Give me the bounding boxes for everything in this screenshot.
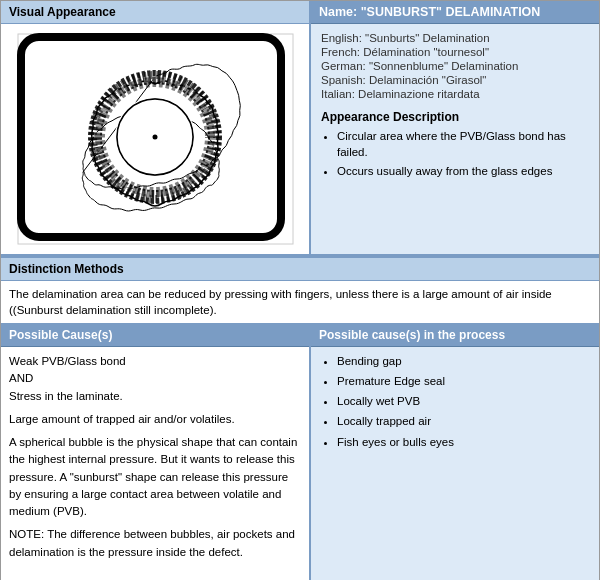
possible-causes-content: Weak PVB/Glass bondANDStress in the lami… [1,347,309,580]
appearance-desc-title: Appearance Description [321,110,589,124]
distinction-section: Distinction Methods The delamination are… [1,256,599,324]
main-container: Visual Appearance [0,0,600,580]
distinction-header: Distinction Methods [1,258,599,281]
possible-causes-col: Possible Cause(s) Weak PVB/Glass bondAND… [1,324,311,580]
process-causes-header: Possible cause(s) in the process [311,324,599,347]
process-cause-2: Premature Edge seal [337,373,589,389]
visual-header: Visual Appearance [1,1,309,24]
name-header-text: Name: "SUNBURST" DELAMINATION [319,5,540,19]
process-cause-3: Locally wet PVB [337,393,589,409]
name-col: Name: "SUNBURST" DELAMINATION English: "… [311,1,599,254]
distinction-text: The delamination area can be reduced by … [9,288,552,316]
appearance-description: Appearance Description Circular area whe… [321,110,589,179]
process-causes-list: Bending gap Premature Edge seal Locally … [337,353,589,449]
process-col: Possible cause(s) in the process Bending… [311,324,599,580]
process-causes-content: Bending gap Premature Edge seal Locally … [311,347,599,459]
language-spanish: Spanish: Delaminación "Girasol" [321,74,589,86]
cause-paragraph-1: Weak PVB/Glass bondANDStress in the lami… [9,353,301,405]
cause-paragraph-3: A spherical bubble is the physical shape… [9,434,301,520]
bottom-section: Possible Cause(s) Weak PVB/Glass bondAND… [1,324,599,580]
possible-causes-header: Possible Cause(s) [1,324,309,347]
cause-paragraph-2: Large amount of trapped air and/or volat… [9,411,301,428]
language-french: French: Délamination "tournesol" [321,46,589,58]
possible-causes-header-text: Possible Cause(s) [9,328,112,342]
appearance-item-2: Occurs usually away from the glass edges [337,163,589,179]
language-english: English: "Sunburts" Delamination [321,32,589,44]
appearance-item-1: Circular area where the PVB/Glass bond h… [337,128,589,160]
process-cause-1: Bending gap [337,353,589,369]
sunburst-diagram [13,29,298,249]
visual-header-text: Visual Appearance [9,5,116,19]
language-german: German: "Sonnenblume" Delamination [321,60,589,72]
name-header: Name: "SUNBURST" DELAMINATION [311,1,599,24]
cause-paragraph-4: NOTE: The difference between bubbles, ai… [9,526,301,561]
top-section: Visual Appearance [1,1,599,256]
process-causes-header-text: Possible cause(s) in the process [319,328,505,342]
language-italian: Italian: Delaminazione ritardata [321,88,589,100]
distinction-content: The delamination area can be reduced by … [1,281,599,324]
visual-appearance-col: Visual Appearance [1,1,311,254]
process-cause-4: Locally trapped air [337,413,589,429]
process-cause-5: Fish eyes or bulls eyes [337,434,589,450]
svg-point-12 [152,135,157,140]
distinction-header-text: Distinction Methods [9,262,124,276]
visual-content [1,24,309,254]
appearance-list: Circular area where the PVB/Glass bond h… [337,128,589,179]
name-content: English: "Sunburts" Delamination French:… [311,24,599,190]
